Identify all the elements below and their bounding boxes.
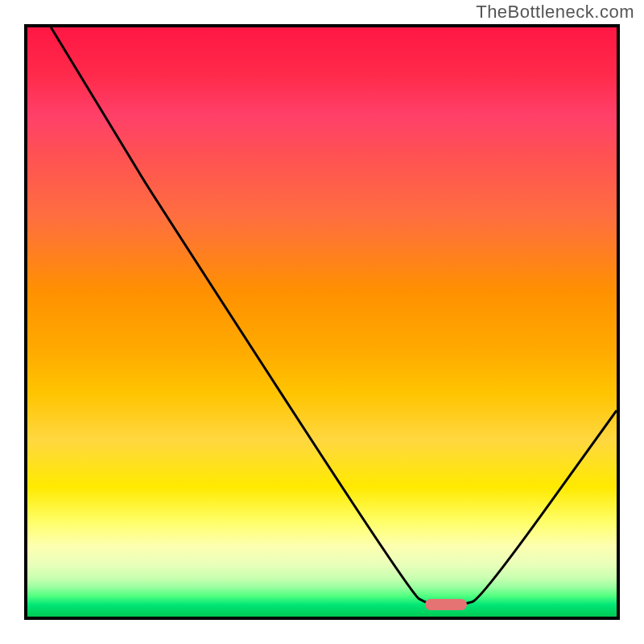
bottleneck-curve-line (51, 27, 617, 605)
watermark-text: TheBottleneck.com (476, 2, 634, 23)
optimal-range-marker (425, 599, 467, 610)
chart-plot-area (24, 24, 620, 620)
bottleneck-curve-svg (27, 27, 617, 617)
